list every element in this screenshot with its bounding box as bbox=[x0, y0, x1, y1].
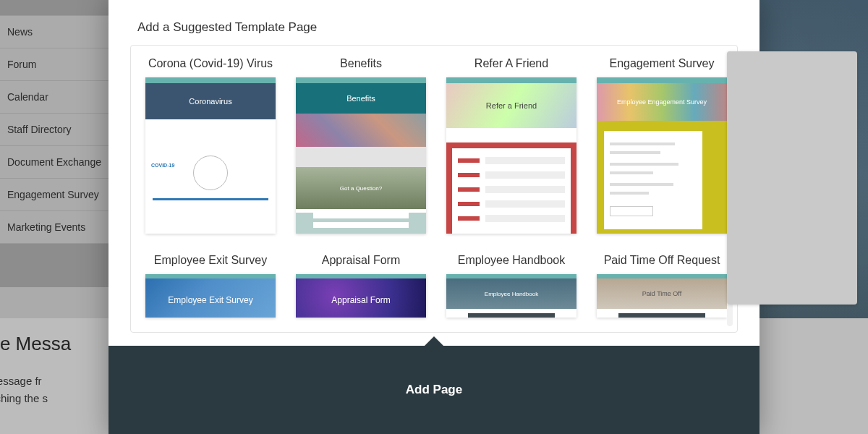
template-thumbnail: Coronavirus COVID-19 bbox=[145, 77, 276, 234]
template-corona[interactable]: Corona (Covid-19) Virus Coronavirus COVI… bbox=[145, 57, 276, 234]
add-page-modal: Add a Suggested Template Page Corona (Co… bbox=[109, 0, 760, 434]
template-thumbnail: Employee Exit Survey bbox=[145, 274, 276, 318]
template-engagement-survey[interactable]: Engagement Survey Employee Engagement Su… bbox=[597, 57, 727, 234]
template-title: Engagement Survey bbox=[610, 57, 715, 70]
template-title: Paid Time Off Request bbox=[604, 254, 720, 267]
add-page-label: Add Page bbox=[406, 383, 462, 397]
template-appraisal-form[interactable]: Appraisal Form Appraisal Form bbox=[296, 254, 426, 318]
template-title: Corona (Covid-19) Virus bbox=[148, 57, 273, 70]
template-exit-survey[interactable]: Employee Exit Survey Employee Exit Surve… bbox=[145, 254, 276, 318]
template-pto-request[interactable]: Paid Time Off Request Paid Time Off bbox=[597, 254, 727, 318]
template-title: Appraisal Form bbox=[322, 254, 400, 267]
template-refer-friend[interactable]: Refer A Friend Refer a Friend bbox=[446, 57, 576, 234]
template-title: Benefits bbox=[340, 57, 382, 70]
template-title: Refer A Friend bbox=[475, 57, 548, 70]
template-thumbnail: Paid Time Off bbox=[597, 274, 727, 318]
template-thumbnail: Refer a Friend bbox=[446, 77, 576, 234]
template-title: Employee Handbook bbox=[458, 254, 566, 267]
template-thumbnail: Employee Handbook bbox=[446, 274, 576, 318]
template-thumbnail: Benefits Got a Question? bbox=[296, 77, 426, 234]
section-label: Add a Suggested Template Page bbox=[109, 0, 760, 45]
template-employee-handbook[interactable]: Employee Handbook Employee Handbook bbox=[446, 254, 576, 318]
template-benefits[interactable]: Benefits Benefits Got a Question? bbox=[296, 57, 426, 234]
template-thumbnail: Appraisal Form bbox=[296, 274, 426, 318]
gallery-scrollbar[interactable] bbox=[727, 51, 733, 326]
template-thumbnail: Employee Engagement Survey bbox=[597, 77, 727, 234]
add-page-button[interactable]: Add Page bbox=[109, 346, 760, 434]
template-title: Employee Exit Survey bbox=[154, 254, 268, 267]
template-gallery: Corona (Covid-19) Virus Coronavirus COVI… bbox=[130, 45, 738, 333]
scrollbar-thumb[interactable] bbox=[727, 51, 857, 305]
